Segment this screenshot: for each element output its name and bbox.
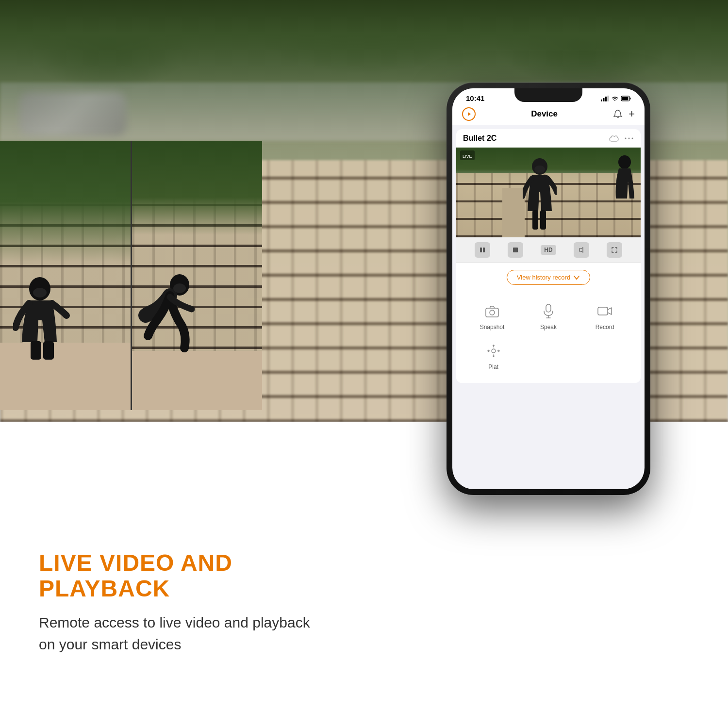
wifi-icon <box>611 96 619 101</box>
device-card: Bullet 2C <box>456 129 641 383</box>
svg-point-32 <box>492 349 496 353</box>
svg-rect-12 <box>630 98 631 99</box>
collage-panel-right <box>132 141 263 410</box>
view-history-section: View history record <box>456 263 641 292</box>
svg-rect-23 <box>483 248 485 252</box>
chevron-down-icon <box>573 275 580 280</box>
device-header-icons <box>609 134 634 142</box>
collage-panel-left <box>0 141 131 410</box>
camera-feed: LIVE <box>456 148 641 237</box>
stop-button[interactable] <box>508 242 523 258</box>
plus-icon[interactable]: + <box>629 108 635 120</box>
svg-point-20 <box>534 165 545 173</box>
pause-button[interactable] <box>475 242 490 258</box>
svg-rect-6 <box>601 99 602 101</box>
svg-point-15 <box>629 138 630 139</box>
nav-right-icons: + <box>613 108 635 120</box>
action-snapshot[interactable]: Snapshot <box>466 297 518 336</box>
phone-mockup: 10:41 <box>447 83 650 495</box>
svg-point-16 <box>632 138 633 139</box>
action-plat[interactable]: Plat <box>466 336 521 376</box>
play-button[interactable] <box>462 107 476 121</box>
plat-label: Plat <box>488 364 498 370</box>
actions-row-2: Plat <box>456 336 641 383</box>
move-icon <box>485 342 502 360</box>
speak-label: Speak <box>540 324 557 331</box>
svg-rect-1 <box>31 341 41 360</box>
status-time: 10:41 <box>466 94 484 102</box>
main-description-line2: on your smart devices <box>39 633 311 655</box>
bell-icon[interactable] <box>613 109 623 119</box>
mute-button[interactable] <box>574 242 589 258</box>
view-history-button[interactable]: View history record <box>507 270 590 285</box>
svg-point-27 <box>490 310 495 315</box>
nav-title: Device <box>531 109 558 119</box>
snapshot-label: Snapshot <box>480 324 505 331</box>
device-header: Bullet 2C <box>456 129 641 148</box>
video-icon <box>596 302 613 320</box>
video-controls: HD <box>456 237 641 263</box>
more-icon[interactable] <box>624 134 634 142</box>
svg-point-14 <box>625 138 627 139</box>
nav-bar: Device + <box>452 104 645 125</box>
mic-icon <box>540 302 557 320</box>
svg-rect-8 <box>605 97 607 101</box>
action-record[interactable]: Record <box>579 297 631 336</box>
phone-screen: 10:41 <box>452 88 645 489</box>
svg-rect-18 <box>532 210 538 230</box>
svg-rect-19 <box>540 210 546 230</box>
main-description-line1: Remote access to live video and playback <box>39 612 311 633</box>
svg-point-21 <box>618 155 631 169</box>
phone-outer: 10:41 <box>447 83 650 495</box>
svg-rect-7 <box>603 98 605 101</box>
main-heading: LIVE VIDEO AND PLAYBACK <box>39 550 311 602</box>
svg-point-5 <box>173 283 186 293</box>
text-area: LIVE VIDEO AND PLAYBACK Remote access to… <box>39 550 311 655</box>
status-icons <box>601 96 631 101</box>
snapshot-icon <box>483 302 501 320</box>
view-history-label: View history record <box>517 274 570 281</box>
hd-button[interactable]: HD <box>541 245 556 255</box>
cloud-icon[interactable] <box>609 134 619 142</box>
record-label: Record <box>596 324 614 331</box>
actions-grid: Snapshot Speak <box>456 292 641 336</box>
battery-icon <box>621 96 631 101</box>
svg-point-3 <box>33 288 47 298</box>
device-name: Bullet 2C <box>463 134 496 143</box>
camera-overlay: LIVE <box>460 150 475 160</box>
action-speak[interactable]: Speak <box>522 297 575 336</box>
image-collage <box>0 141 262 410</box>
svg-rect-22 <box>480 248 482 252</box>
svg-rect-2 <box>43 341 54 360</box>
svg-rect-28 <box>546 304 551 312</box>
svg-rect-9 <box>608 96 609 101</box>
svg-marker-25 <box>579 248 583 252</box>
camera-person-main <box>523 158 557 233</box>
camera-person-side <box>610 155 637 213</box>
svg-rect-24 <box>513 248 518 252</box>
svg-marker-13 <box>468 112 471 116</box>
svg-rect-31 <box>598 307 608 315</box>
fullscreen-button[interactable] <box>607 242 622 258</box>
signal-icon <box>601 96 609 101</box>
svg-rect-26 <box>486 308 498 317</box>
svg-rect-11 <box>622 97 629 100</box>
car-blur <box>19 92 126 136</box>
phone-notch <box>514 88 582 102</box>
